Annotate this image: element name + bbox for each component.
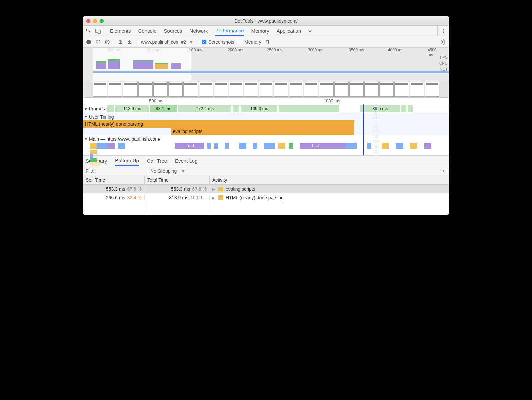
svg-point-4 bbox=[443, 32, 444, 33]
frames-header[interactable]: ▶ Frames bbox=[83, 106, 107, 111]
filter-input[interactable] bbox=[83, 166, 147, 176]
screenshot-thumb[interactable] bbox=[183, 82, 198, 97]
tab-performance[interactable]: Performance bbox=[215, 26, 244, 36]
screenshot-thumb[interactable] bbox=[410, 82, 424, 97]
chevron-right-icon[interactable]: ▶ bbox=[212, 196, 216, 200]
dropdown-icon: ▼ bbox=[189, 39, 193, 45]
screenshot-filmstrip[interactable] bbox=[83, 81, 449, 98]
table-row[interactable]: 265.6 ms 32.4 % 818.9 ms 100.0… ▶ HTML (… bbox=[83, 193, 449, 202]
panel-tabs: Elements Console Sources Network Perform… bbox=[105, 26, 436, 36]
recording-select[interactable]: www.paulirish.com #2 ▼ bbox=[140, 39, 195, 45]
screenshot-thumb[interactable] bbox=[274, 82, 288, 97]
overview-cpu-chart bbox=[93, 59, 191, 69]
playhead-marker[interactable] bbox=[363, 104, 364, 155]
screenshot-thumb[interactable] bbox=[168, 82, 183, 97]
tab-elements[interactable]: Elements bbox=[110, 26, 131, 36]
tab-console[interactable]: Console bbox=[138, 26, 157, 36]
panel-tabs-bar: Elements Console Sources Network Perform… bbox=[83, 26, 449, 36]
screenshot-thumb[interactable] bbox=[123, 82, 137, 97]
kebab-menu-icon[interactable] bbox=[440, 28, 446, 34]
dropdown-icon: ▼ bbox=[181, 168, 185, 174]
svg-line-6 bbox=[106, 41, 109, 43]
screenshot-thumb[interactable] bbox=[304, 82, 318, 97]
inspect-tools bbox=[86, 26, 104, 36]
main-thread-track[interactable]: ▼ Main — https://www.paulirish.com/ La…t… bbox=[83, 135, 449, 155]
tab-sources[interactable]: Sources bbox=[164, 26, 182, 36]
tab-call-tree[interactable]: Call Tree bbox=[147, 156, 167, 166]
screenshot-thumb[interactable] bbox=[259, 82, 273, 97]
chevron-down-icon: ▼ bbox=[84, 137, 88, 141]
load-profile-icon[interactable] bbox=[117, 39, 123, 45]
screenshot-thumb[interactable] bbox=[199, 82, 213, 97]
filter-bar: No Grouping ▼ bbox=[83, 166, 449, 176]
screenshot-thumb[interactable] bbox=[425, 82, 439, 97]
svg-rect-1 bbox=[98, 30, 100, 33]
recording-label: www.paulirish.com #2 bbox=[141, 39, 186, 45]
screenshot-thumb[interactable] bbox=[379, 82, 394, 97]
tab-network[interactable]: Network bbox=[190, 26, 208, 36]
svg-point-7 bbox=[442, 41, 444, 43]
screenshot-thumb[interactable] bbox=[364, 82, 379, 97]
screenshot-thumb[interactable] bbox=[229, 82, 243, 97]
chevron-right-icon: ▶ bbox=[85, 107, 88, 110]
screenshot-thumb[interactable] bbox=[289, 82, 303, 97]
screenshot-thumb[interactable] bbox=[138, 82, 153, 97]
table-header: Self Time Total Time Activity bbox=[83, 176, 449, 185]
tab-bottom-up[interactable]: Bottom-Up bbox=[115, 156, 139, 166]
col-total-time[interactable]: Total Time bbox=[145, 176, 210, 184]
svg-point-3 bbox=[443, 30, 444, 31]
tab-memory[interactable]: Memory bbox=[251, 26, 269, 36]
col-activity[interactable]: Activity bbox=[210, 176, 449, 184]
overview-lane-labels: FPS CPU NET bbox=[439, 54, 448, 72]
flamechart-ruler[interactable]: 500 ms 1000 ms • • • bbox=[83, 98, 449, 104]
chevron-right-icon[interactable]: ▶ bbox=[212, 187, 216, 191]
svg-rect-8 bbox=[441, 169, 446, 173]
svg-point-2 bbox=[443, 29, 444, 30]
flamechart-area[interactable]: ▶ Frames 113.9 ms 83.1 ms 172.4 ms 109.0… bbox=[83, 104, 449, 155]
screenshot-thumb[interactable] bbox=[334, 82, 349, 97]
screenshot-thumb[interactable] bbox=[93, 82, 107, 97]
tab-overflow[interactable]: » bbox=[308, 26, 311, 36]
timing-bar-html-parsing[interactable]: HTML (nearly) done parsing bbox=[83, 120, 354, 128]
flamechart-row[interactable] bbox=[90, 150, 446, 155]
activity-swatch-icon bbox=[218, 195, 223, 200]
flamechart-row[interactable]: La…t L…t bbox=[90, 143, 446, 150]
record-button[interactable] bbox=[86, 39, 92, 45]
screenshot-thumb[interactable] bbox=[394, 82, 409, 97]
activity-swatch-icon bbox=[218, 187, 223, 191]
tab-event-log[interactable]: Event Log bbox=[175, 156, 198, 166]
device-toolbar-icon[interactable] bbox=[95, 28, 101, 34]
main-thread-header[interactable]: ▼ Main — https://www.paulirish.com/ bbox=[83, 135, 449, 143]
save-profile-icon[interactable] bbox=[127, 39, 133, 45]
timing-bar-evaling-scripts[interactable]: evaling scripts bbox=[171, 128, 354, 135]
event-marker bbox=[376, 104, 376, 155]
settings-gear-icon[interactable] bbox=[440, 39, 446, 45]
titlebar: DevTools - www.paulirish.com/ bbox=[83, 16, 449, 26]
memory-checkbox[interactable]: Memory bbox=[238, 39, 261, 45]
reload-button[interactable] bbox=[95, 39, 101, 45]
user-timing-track[interactable]: ▼ User Timing HTML (nearly) done parsing… bbox=[83, 113, 449, 135]
col-self-time[interactable]: Self Time bbox=[83, 176, 145, 184]
user-timing-header[interactable]: ▼ User Timing bbox=[83, 113, 449, 120]
tab-application[interactable]: Application bbox=[277, 26, 301, 36]
screenshots-checkbox[interactable]: ✓ Screenshots bbox=[202, 39, 234, 45]
grouping-select[interactable]: No Grouping ▼ bbox=[147, 168, 438, 174]
performance-toolbar: www.paulirish.com #2 ▼ ✓ Screenshots Mem… bbox=[83, 36, 449, 48]
frames-track[interactable]: ▶ Frames 113.9 ms 83.1 ms 172.4 ms 109.0… bbox=[83, 104, 449, 113]
screenshot-thumb[interactable] bbox=[319, 82, 333, 97]
toggle-heaviest-stack-icon[interactable] bbox=[438, 169, 449, 173]
clear-button[interactable] bbox=[104, 39, 110, 45]
overview-strip[interactable]: 500 ms 1000 ms 1500 ms 2000 ms 2500 ms 3… bbox=[83, 48, 449, 81]
inspect-element-icon[interactable] bbox=[86, 28, 92, 34]
screenshot-thumb[interactable] bbox=[349, 82, 364, 97]
screenshot-thumb[interactable] bbox=[108, 82, 122, 97]
screenshot-thumb[interactable] bbox=[153, 82, 168, 97]
checkbox-icon: ✓ bbox=[202, 40, 206, 44]
collect-garbage-icon[interactable] bbox=[265, 39, 271, 45]
screenshot-thumb[interactable] bbox=[214, 82, 228, 97]
screenshot-thumb[interactable] bbox=[244, 82, 258, 97]
table-row[interactable]: 553.3 ms 67.6 % 553.3 ms 67.6 % ▶ evalin… bbox=[83, 185, 449, 193]
detail-tabs: Summary Bottom-Up Call Tree Event Log bbox=[83, 155, 449, 166]
table-body: 553.3 ms 67.6 % 553.3 ms 67.6 % ▶ evalin… bbox=[83, 185, 449, 215]
window-title: DevTools - www.paulirish.com/ bbox=[83, 18, 449, 24]
